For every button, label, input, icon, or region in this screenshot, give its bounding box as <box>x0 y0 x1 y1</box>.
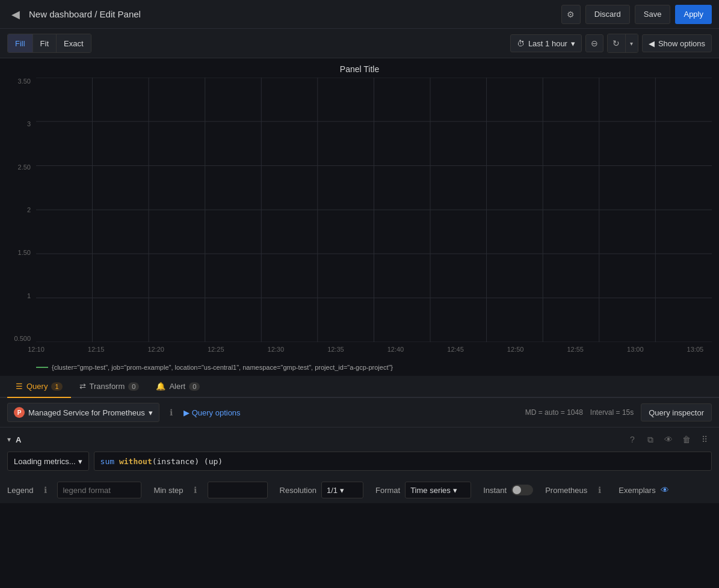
back-button[interactable]: ◀ <box>7 6 24 23</box>
chart-svg <box>36 78 712 342</box>
query-input-row: Loading metrics... ▾ sum without ( insta… <box>7 452 712 471</box>
tab-alert-label: Alert <box>169 382 185 391</box>
instant-toggle[interactable] <box>511 485 533 495</box>
tab-transform-badge: 0 <box>128 382 139 391</box>
datasource-label: Managed Service for Prometheus <box>28 408 145 417</box>
refresh-dropdown-button[interactable]: ▾ <box>626 34 638 52</box>
exact-button[interactable]: Exact <box>57 34 91 52</box>
code-editor[interactable]: sum without ( instance ) ( up ) <box>94 452 712 471</box>
query-copy-button[interactable]: ⧉ <box>643 432 658 447</box>
eye-icon: 👁 <box>664 435 673 444</box>
minstep-input[interactable] <box>208 482 268 498</box>
code-up: up <box>209 457 218 466</box>
x-label-1235: 12:35 <box>327 346 344 360</box>
code-instance: instance <box>157 457 195 466</box>
time-icon: ⏱ <box>517 39 525 48</box>
gear-icon: ⚙ <box>567 10 575 19</box>
legend-input[interactable] <box>57 482 141 498</box>
format-select[interactable]: Time series ▾ <box>405 482 471 498</box>
query-trash-button[interactable]: 🗑 <box>679 432 694 447</box>
legend-label: Legend <box>7 486 33 495</box>
tab-transform-icon: ⇄ <box>79 382 86 391</box>
refresh-icon: ↻ <box>613 38 620 48</box>
query-help-button[interactable]: ? <box>625 432 640 447</box>
save-button[interactable]: Save <box>635 5 671 24</box>
drag-icon: ⠿ <box>702 435 708 444</box>
zoom-icon: ⊖ <box>591 38 598 48</box>
y-axis: 3.50 3 2.50 2 1.50 1 0.500 <box>7 78 34 342</box>
refresh-button[interactable]: ↻ <box>608 34 626 52</box>
metrics-selector[interactable]: Loading metrics... ▾ <box>7 452 89 471</box>
y-label-2: 2 <box>7 206 34 213</box>
tab-query[interactable]: ☰ Query 1 <box>7 376 71 398</box>
expand-icon: ▶ <box>184 408 190 417</box>
chart-inner <box>36 78 712 342</box>
datasource-selector[interactable]: P Managed Service for Prometheus ▾ <box>7 403 159 422</box>
show-options-button[interactable]: ◀ Show options <box>642 34 712 52</box>
header: ◀ New dashboard / Edit Panel ⚙ Discard S… <box>0 0 719 29</box>
collapse-button[interactable]: ▾ <box>7 435 11 444</box>
show-options-label: Show options <box>658 39 705 48</box>
resolution-group: Resolution 1/1 ▾ <box>280 482 363 498</box>
query-options-label: Query options <box>192 408 241 417</box>
query-drag-button[interactable]: ⠿ <box>697 432 712 447</box>
toggle-thumb <box>513 486 521 494</box>
prometheus-label: Prometheus <box>545 486 587 495</box>
tab-transform[interactable]: ⇄ Transform 0 <box>71 376 148 398</box>
minstep-label: Min step <box>153 486 183 495</box>
show-options-icon: ◀ <box>649 39 655 48</box>
time-range-button[interactable]: ⏱ Last 1 hour ▾ <box>510 34 582 52</box>
y-label-3: 3 <box>7 120 34 127</box>
legend-info-button[interactable]: ℹ <box>38 483 52 497</box>
exemplars-group: Exemplars 👁 <box>619 485 668 495</box>
settings-button[interactable]: ⚙ <box>561 5 581 24</box>
fill-button[interactable]: Fill <box>8 34 33 52</box>
x-axis: 12:10 12:15 12:20 12:25 12:30 12:35 12:4… <box>36 346 712 360</box>
tab-alert[interactable]: 🔔 Alert 0 <box>147 376 208 398</box>
query-options-button[interactable]: ▶ Query options <box>184 408 241 417</box>
y-label-250: 2.50 <box>7 164 34 171</box>
legend-bar: {cluster="gmp-test", job="prom-example",… <box>7 360 712 376</box>
query-eye-button[interactable]: 👁 <box>661 432 676 447</box>
refresh-chevron-icon: ▾ <box>630 40 633 47</box>
ds-chevron-icon: ▾ <box>149 408 153 417</box>
code-space2 <box>199 457 204 466</box>
resolution-chevron-icon: ▾ <box>340 486 344 495</box>
query-bar-right: MD = auto = 1048 Interval = 15s Query in… <box>525 403 712 421</box>
metrics-chevron-icon: ▾ <box>78 457 82 466</box>
prometheus-info-button[interactable]: ℹ <box>592 483 606 497</box>
code-close-paren2: ) <box>218 457 223 466</box>
apply-button[interactable]: Apply <box>675 5 712 24</box>
panel-title: Panel Title <box>7 64 712 74</box>
resolution-label: Resolution <box>280 486 316 495</box>
format-label: Format <box>375 486 400 495</box>
query-inspector-button[interactable]: Query inspector <box>641 403 712 421</box>
metrics-label: Loading metrics... <box>14 457 76 466</box>
time-range-label: Last 1 hour <box>528 39 567 48</box>
code-without: without <box>119 457 152 466</box>
fit-button[interactable]: Fit <box>33 34 57 52</box>
y-label-150: 1.50 <box>7 249 34 256</box>
trash-icon: 🗑 <box>682 435 691 444</box>
tab-query-label: Query <box>26 382 48 391</box>
chart-area: 3.50 3 2.50 2 1.50 1 0.500 <box>7 78 712 360</box>
y-label-1: 1 <box>7 292 34 299</box>
exemplars-eye-icon[interactable]: 👁 <box>661 485 669 495</box>
tab-query-badge: 1 <box>51 382 62 391</box>
tab-alert-icon: 🔔 <box>156 382 165 391</box>
minstep-info-button[interactable]: ℹ <box>188 483 203 497</box>
resolution-select[interactable]: 1/1 ▾ <box>321 482 363 498</box>
instant-label: Instant <box>483 486 507 495</box>
x-label-1240: 12:40 <box>387 346 404 360</box>
page-title: New dashboard / Edit Panel <box>29 9 561 19</box>
discard-button[interactable]: Discard <box>585 5 630 24</box>
query-section-right: ? ⧉ 👁 🗑 ⠿ <box>625 432 712 447</box>
code-open-paren: ( <box>152 457 157 466</box>
x-label-1220: 12:20 <box>147 346 164 360</box>
datasource-icon: P <box>14 407 25 418</box>
format-chevron-icon: ▾ <box>453 486 457 495</box>
format-group: Format Time series ▾ <box>375 482 471 498</box>
datasource-info-button[interactable]: ℹ <box>164 405 179 420</box>
zoom-button[interactable]: ⊖ <box>585 34 603 52</box>
x-label-1300: 13:00 <box>627 346 644 360</box>
